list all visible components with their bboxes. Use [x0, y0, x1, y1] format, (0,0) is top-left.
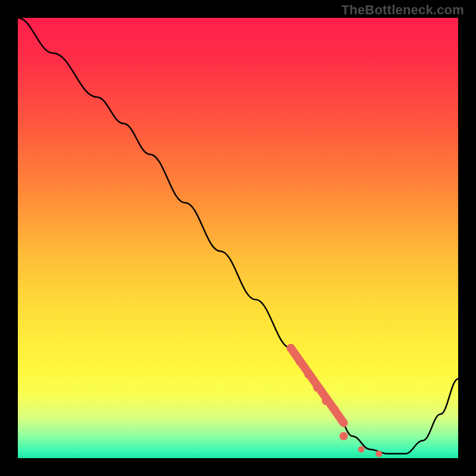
highlight-marker [296, 357, 304, 365]
highlight-marker [358, 446, 365, 453]
highlight-marker [375, 450, 382, 457]
highlight-marker [304, 370, 312, 378]
highlight-marker [331, 406, 339, 414]
chart-stage: TheBottleneck.com [0, 0, 476, 476]
gradient-background [18, 18, 458, 458]
highlight-marker [322, 397, 330, 405]
plot-svg [18, 18, 458, 458]
watermark-text: TheBottleneck.com [342, 2, 464, 18]
highlight-marker [287, 344, 295, 352]
plot-area [18, 18, 458, 458]
highlight-marker [313, 384, 321, 392]
highlight-marker [340, 432, 348, 440]
